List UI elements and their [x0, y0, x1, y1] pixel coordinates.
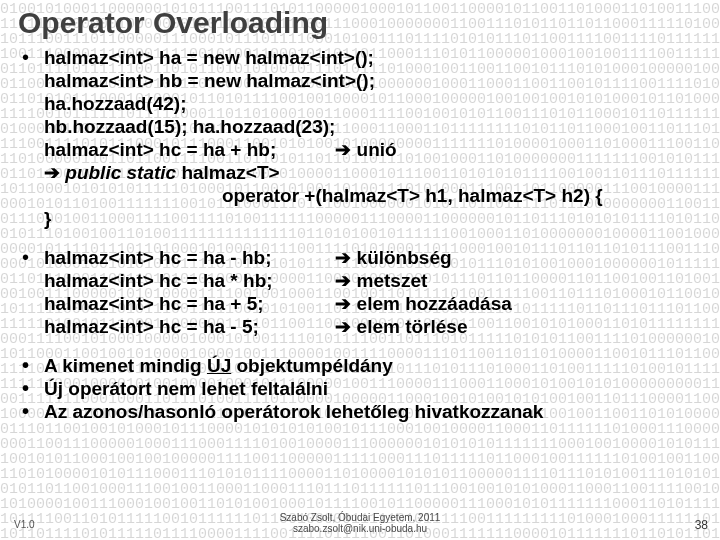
code-line: halmaz<int> hc = ha - 5; ➔ elem törlése	[44, 315, 710, 338]
annotation: metszet	[357, 270, 428, 291]
code-line: hb.hozzaad(15); ha.hozzaad(23);	[44, 115, 710, 138]
bullet-3: A kimenet mindig ÚJ objektumpéldány	[18, 354, 710, 377]
code-text: halmaz<int> hc = ha - 5;	[44, 315, 330, 338]
bullet-2: halmaz<int> hc = ha - hb; ➔ különbség ha…	[18, 246, 710, 338]
code-text: halmaz<int> hc = ha + hb;	[44, 138, 330, 161]
code-line: halmaz<int> hc = ha + 5; ➔ elem hozzáadá…	[44, 292, 710, 315]
arrow-right-icon: ➔	[335, 316, 351, 337]
footer-email: szabo.zsolt@nik.uni-obuda.hu	[0, 523, 720, 534]
keyword: public static	[65, 162, 176, 183]
annotation: elem törlése	[357, 316, 468, 337]
code-text: halmaz<int> hc = ha + 5;	[44, 292, 330, 315]
text: objektumpéldány	[231, 355, 393, 376]
emphasis: ÚJ	[207, 355, 231, 376]
code-line: halmaz<int> ha = new halmaz<int>();	[44, 46, 710, 69]
footer: Szabó Zsolt, Óbudai Egyetem, 2011 szabo.…	[0, 512, 720, 534]
arrow-right-icon: ➔	[335, 293, 351, 314]
arrow-right-icon: ➔	[335, 247, 351, 268]
bullet-1: halmaz<int> ha = new halmaz<int>(); halm…	[18, 46, 710, 230]
code-line: halmaz<int> hc = ha + hb; ➔ unió	[44, 138, 710, 161]
code-text: halmaz<T>	[176, 162, 280, 183]
code-line: halmaz<int> hc = ha * hb; ➔ metszet	[44, 269, 710, 292]
arrow-right-icon: ➔	[44, 162, 60, 183]
arrow-right-icon: ➔	[335, 270, 351, 291]
arrow-right-icon: ➔	[335, 139, 351, 160]
code-line: halmaz<int> hc = ha - hb; ➔ különbség	[44, 246, 710, 269]
code-line: }	[44, 207, 710, 230]
code-text: halmaz<int> hc = ha - hb;	[44, 246, 330, 269]
page-number: 38	[695, 518, 708, 532]
code-line: halmaz<int> hb = new halmaz<int>();	[44, 69, 710, 92]
code-line: ha.hozzaad(42);	[44, 92, 710, 115]
code-line: operator +(halmaz<T> h1, halmaz<T> h2) {	[44, 184, 710, 207]
annotation: unió	[357, 139, 397, 160]
text: A kimenet mindig	[44, 355, 207, 376]
annotation: elem hozzáadása	[357, 293, 512, 314]
slide-title: Operator Overloading	[18, 6, 710, 40]
bullet-5: Az azonos/hasonló operátorok lehetőleg h…	[18, 400, 710, 423]
code-line: ➔ public static halmaz<T>	[44, 161, 710, 184]
code-text: halmaz<int> hc = ha * hb;	[44, 269, 330, 292]
footer-author: Szabó Zsolt, Óbudai Egyetem, 2011	[0, 512, 720, 523]
bullet-4: Új operátort nem lehet feltalálni	[18, 377, 710, 400]
annotation: különbség	[357, 247, 452, 268]
